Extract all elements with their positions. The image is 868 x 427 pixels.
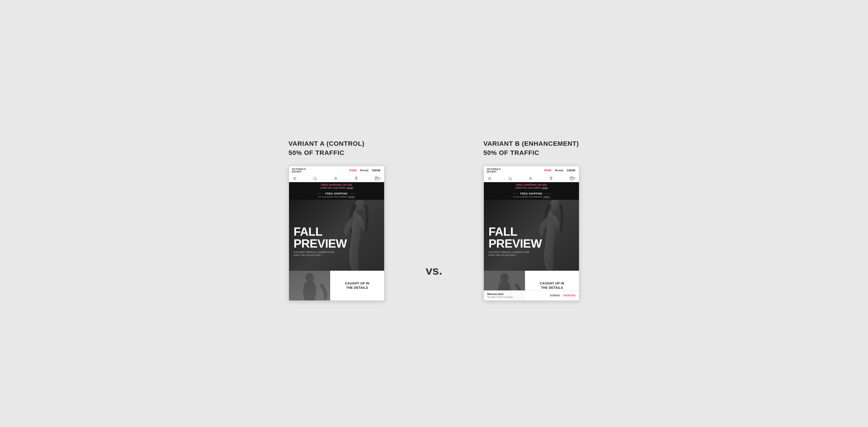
caught-text-b: CAUGHT UP IN THE DETAILS [540,281,564,289]
nav-top-b: VICTORIA'S SECRET PINK Beauty SWIM [484,166,579,175]
thumbnail-a [289,271,330,301]
below-fold-b: CAUGHT UP IN THE DETAILS Welcome back! Y… [484,271,579,301]
promo-banner-b: FREE SHIPPING ON $50 Limited Time. Code … [484,182,579,190]
caught-text-a: CAUGHT UP IN THE DETAILS [345,281,369,289]
icon-bar-b: 1 [484,175,579,182]
svg-point-14 [509,177,511,180]
hero-subtitle-a: OUR MOST SENSUAL LINGERIE EVER SHOP THE … [293,251,347,257]
nav-beauty-b[interactable]: Beauty [554,168,564,172]
shipping-banner-a: FREE SHIPPING On our exclusive new colle… [289,190,384,200]
hero-area-a: FALL PREVIEW OUR MOST SENSUAL LINGERIE E… [289,200,384,271]
nav-beauty-a[interactable]: Beauty [359,168,370,172]
below-fold-a: CAUGHT UP IN THE DETAILS [289,271,384,301]
svg-point-17 [551,177,551,178]
svg-point-3 [314,177,316,180]
promo-details-a[interactable]: Details [347,187,353,189]
svg-point-16 [530,177,531,178]
promo-banner-a: FREE SHIPPING ON $50 Limited Time. Code … [289,182,384,190]
bag-icon-b[interactable]: 1 [569,176,576,180]
nav-links-a: PINK Beauty SWIM [348,168,381,173]
shipping-sub-b: On our exclusive new collection. Details [487,196,576,198]
menu-icon-a[interactable] [293,176,297,180]
variant-a-sublabel: 50% OF TRAFFIC [288,149,344,156]
toast-content: Welcome back! You have 1 item in your ba… [487,293,550,298]
shipping-banner-b: FREE SHIPPING On our exclusive new colle… [484,190,579,200]
svg-point-10 [306,273,314,282]
svg-point-5 [335,177,336,178]
search-icon-a[interactable] [313,176,317,180]
hero-preview-a: PREVIEW [293,237,347,250]
nav-pink-b[interactable]: PINK [543,168,553,173]
nav-swim-a[interactable]: SWIM [371,168,381,173]
hero-area-b: FALL PREVIEW OUR MOST SENSUAL LINGERIE E… [484,200,579,271]
icon-bar-a: 1 [289,175,384,182]
page-wrapper: VARIANT A (CONTROL) 50% OF TRAFFIC VICTO… [288,126,580,301]
toast-title: Welcome back! [487,293,550,295]
menu-icon-b[interactable] [488,176,492,180]
caught-col-a: CAUGHT UP IN THE DETAILS [330,271,384,301]
location-icon-a[interactable] [354,176,358,180]
variant-a-phone: VICTORIA'S SECRET PINK Beauty SWIM [288,166,384,301]
nav-links-b: PINK Beauty SWIM [543,168,576,173]
shipping-sub-a: On our exclusive new collection. Details [292,196,381,198]
shipping-details-a[interactable]: Details [348,196,355,198]
promo-main-a: FREE SHIPPING ON $50 [291,183,382,186]
account-icon-b[interactable] [528,176,532,180]
promo-sub-b: Limited Time. Code SHIP50. Details [486,187,577,189]
shipping-details-b[interactable]: Details [543,196,550,198]
account-icon-a[interactable] [334,176,338,180]
brand-logo-a: VICTORIA'S SECRET [292,168,306,173]
brand-logo-b: VICTORIA'S SECRET [487,168,501,173]
svg-point-6 [356,177,356,178]
hero-text-b: FALL PREVIEW OUR MOST SENSUAL LINGERIE E… [489,226,542,257]
thumbnail-inner-a [289,271,330,301]
toast-actions: DISMISS VIEW BAG [550,294,576,297]
variant-a-section: VARIANT A (CONTROL) 50% OF TRAFFIC VICTO… [288,140,384,301]
toast-subtitle: You have 1 item in your bag. [487,296,550,298]
promo-details-b[interactable]: Details [541,187,548,189]
promo-main-b: FREE SHIPPING ON $50 [486,183,577,186]
svg-line-15 [511,179,512,180]
welcome-toast: Welcome back! You have 1 item in your ba… [484,290,579,301]
hero-fall-b: FALL [489,226,542,237]
variant-a-label: VARIANT A (CONTROL) [288,140,365,147]
toast-dismiss-button[interactable]: DISMISS [550,294,560,297]
variant-b-phone: VICTORIA'S SECRET PINK Beauty SWIM [484,166,580,301]
toast-view-bag-button[interactable]: VIEW BAG [563,294,576,297]
hero-fall-a: FALL [293,226,347,237]
hero-preview-b: PREVIEW [489,237,542,250]
promo-sub-a: Limited Time. Code SHIP50. Details [291,187,382,189]
thumb-silhouette-a [289,271,330,301]
shipping-title-a: FREE SHIPPING [292,192,381,195]
bag-icon-a[interactable]: 1 [375,176,380,180]
nav-top-a: VICTORIA'S SECRET PINK Beauty SWIM [289,166,384,175]
hero-text-a: FALL PREVIEW OUR MOST SENSUAL LINGERIE E… [293,226,347,257]
shipping-title-b: FREE SHIPPING [487,192,576,195]
nav-swim-b[interactable]: SWIM [566,168,576,173]
variant-b-label: VARIANT B (ENHANCEMENT) [484,140,579,147]
svg-line-4 [316,179,317,180]
search-icon-b[interactable] [508,176,512,180]
vs-wrapper: vs. [426,204,442,277]
vs-label: vs. [426,264,442,277]
nav-pink-a[interactable]: PINK [348,168,358,173]
hero-subtitle-b: OUR MOST SENSUAL LINGERIE EVER SHOP THE … [489,251,542,257]
location-icon-b[interactable] [549,176,553,180]
variant-b-section: VARIANT B (ENHANCEMENT) 50% OF TRAFFIC V… [484,140,580,301]
variant-b-sublabel: 50% OF TRAFFIC [484,149,539,156]
svg-point-21 [500,273,508,282]
